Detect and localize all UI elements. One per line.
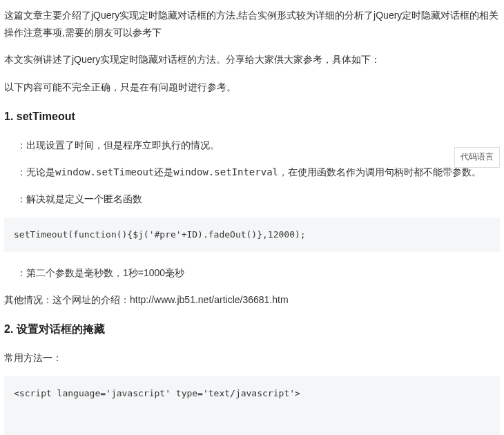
section-1-other: 其他情况：这个网址的介绍：http://www.jb51.net/article…: [4, 291, 500, 309]
section-1-item-4: ：第二个参数是毫秒数，1秒=1000毫秒: [4, 264, 500, 282]
other-url: http://www.jb51.net/article/36681.htm: [130, 294, 289, 305]
code-block-1: setTimeout(function(){$j('#pre'+ID).fade…: [4, 218, 500, 252]
section-1-item-2: ：无论是window.setTimeout还是window.setInterva…: [4, 164, 500, 181]
code-language-badge[interactable]: 代码语言: [454, 147, 500, 168]
intro-paragraph: 这篇文章主要介绍了jQuery实现定时隐藏对话框的方法,结合实例形式较为详细的分…: [4, 7, 500, 41]
section-1-item-3: ：解决就是定义一个匿名函数: [4, 191, 500, 208]
other-prefix: 其他情况：这个网址的介绍：: [4, 294, 130, 305]
section-1-item-1: ：出现设置了时间，但是程序立即执行的情况。: [4, 137, 500, 154]
paragraph-1: 本文实例讲述了jQuery实现定时隐藏对话框的方法。分享给大家供大家参考，具体如…: [4, 51, 500, 68]
paragraph-2: 以下内容可能不完全正确，只是在有问题时进行参考。: [4, 79, 500, 96]
section-2-title: 2. 设置对话框的掩藏: [4, 320, 500, 340]
section-1-item-2-text: ：无论是window.setTimeout还是window.setInterva…: [17, 166, 481, 177]
section-2-para: 常用方法一：: [4, 349, 500, 367]
code-block-2: <script language='javascript' type='text…: [4, 376, 500, 435]
section-1-title: 1. setTimeout: [4, 107, 500, 127]
